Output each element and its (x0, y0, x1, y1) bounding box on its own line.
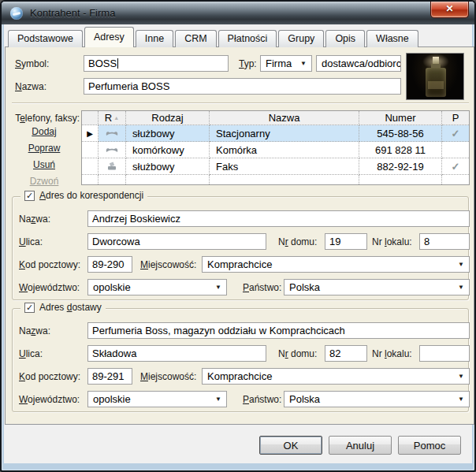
cell-rodzaj[interactable]: służbowy (126, 125, 210, 142)
tab-strip: Podstawowe Adresy Inne CRM Płatności Gru… (8, 28, 420, 47)
del-ulica-input[interactable]: Składowa (87, 345, 266, 362)
col-header-rodzaj[interactable]: Rodzaj (126, 111, 210, 125)
del-wojewodztwo-select[interactable]: opolskie ▼ (87, 391, 227, 407)
chevron-down-icon: ▼ (458, 261, 464, 268)
typ-label: Typ: (239, 58, 257, 69)
corr-miejscowosc-select[interactable]: Komprachcice ▼ (202, 256, 470, 273)
del-ulica-value: Składowa (92, 347, 136, 359)
edit-phone-link[interactable]: Popraw (28, 142, 61, 154)
phones-table: R▲ Rodzaj Nazwa Numer P ▶ służbowy Stacj… (81, 110, 470, 185)
corr-kod-input[interactable]: 89-290 (87, 256, 132, 273)
del-kod-input[interactable]: 89-291 (87, 368, 132, 385)
ok-button[interactable]: OK (259, 436, 322, 455)
table-row[interactable] (99, 158, 126, 175)
row-selector[interactable]: ▶ (82, 125, 99, 142)
cell-numer[interactable]: 545-88-56 (359, 125, 442, 142)
tab-wlasne[interactable]: Własne (366, 30, 418, 47)
corr-nr-lokalu-input[interactable]: 8 (419, 233, 470, 250)
row-selector[interactable] (82, 142, 99, 158)
empty-row-cell (210, 175, 359, 184)
del-nazwa-input[interactable]: Perfumeria Boss, magazyn oddziału w Komp… (87, 322, 470, 339)
separator (12, 102, 469, 104)
corr-panstwo-select[interactable]: Polska ▼ (284, 279, 470, 295)
corr-ulica-input[interactable]: Dworcowa (87, 233, 266, 250)
table-row[interactable] (99, 125, 126, 142)
tab-platnosci[interactable]: Płatności (218, 30, 277, 47)
tab-adresy[interactable]: Adresy (84, 27, 134, 47)
correspondence-checkbox[interactable]: ✓ (24, 191, 35, 201)
del-wojewodztwo-label: Województwo: (19, 394, 80, 405)
col-header-nazwa[interactable]: Nazwa (210, 111, 359, 125)
close-button[interactable]: ✕ (430, 2, 469, 18)
cell-p-check[interactable]: ✓ (442, 158, 469, 175)
nazwa-input[interactable]: Perfumeria BOSS (84, 78, 401, 95)
col-header-p[interactable]: P (442, 111, 469, 125)
corr-panstwo-label: Państwo: (243, 282, 281, 293)
del-nazwa-value: Perfumeria Boss, magazyn oddziału w Komp… (92, 325, 345, 336)
corr-kod-label: Kod pocztowy: (19, 259, 80, 270)
help-button[interactable]: Pomoc (398, 436, 461, 455)
row-selector[interactable] (82, 158, 99, 175)
cell-rodzaj[interactable]: komórkowy (126, 142, 210, 158)
col-header-r[interactable]: R▲ (99, 111, 126, 125)
cell-nazwa[interactable]: Komórka (210, 142, 359, 158)
del-miejscowosc-select[interactable]: Komprachcice ▼ (202, 368, 470, 385)
corr-nazwa-input[interactable]: Andrzej Boskiewicz (87, 210, 470, 227)
cell-numer[interactable]: 882-92-19 (359, 158, 442, 175)
cell-p-check[interactable]: ✓ (442, 125, 469, 142)
del-nr-domu-value: 82 (329, 347, 340, 359)
bottle-label (428, 81, 444, 89)
corr-ulica-label: Ulica: (19, 236, 43, 247)
dial-phone-link: Dzwoń (30, 175, 59, 188)
text-cursor (117, 58, 118, 69)
tab-crm[interactable]: CRM (175, 30, 216, 47)
cell-nazwa[interactable]: Stacjonarny (210, 125, 359, 142)
phone-icon (106, 129, 118, 137)
typ-select[interactable]: Firma ▼ (260, 55, 312, 72)
cell-rodzaj[interactable]: służbowy (126, 158, 210, 175)
del-ulica-label: Ulica: (19, 348, 43, 359)
del-nr-domu-input[interactable]: 82 (325, 345, 367, 362)
corr-nr-domu-input[interactable]: 19 (325, 233, 367, 250)
table-row[interactable] (99, 142, 126, 158)
del-panstwo-select[interactable]: Polska ▼ (284, 391, 470, 407)
symbol-input[interactable]: BOSS (84, 55, 229, 72)
nazwa-label: Nazwa: (15, 81, 46, 92)
cell-numer[interactable]: 691 828 11 (359, 142, 442, 158)
phone-icon (106, 146, 118, 154)
del-panstwo-value: Polska (289, 393, 320, 405)
del-panstwo-label: Państwo: (243, 394, 281, 405)
cell-nazwa[interactable]: Faks (210, 158, 359, 175)
empty-row-cell (359, 175, 442, 184)
add-phone-link[interactable]: Dodaj (32, 125, 56, 138)
tab-podstawowe[interactable]: Podstawowe (8, 30, 83, 47)
corr-ulica-value: Dworcowa (92, 236, 140, 247)
cancel-button[interactable]: Anuluj (329, 436, 392, 455)
corr-nazwa-label: Nazwa: (19, 214, 50, 225)
corr-nr-domu-label: Nr domu: (278, 236, 317, 247)
correspondence-address-group: ✓ Adres do korespondencji Nazwa: Andrzej… (12, 196, 469, 300)
del-nazwa-label: Nazwa: (19, 325, 50, 336)
chevron-down-icon: ▼ (458, 284, 464, 291)
corr-miejscowosc-value: Komprachcice (207, 258, 272, 270)
corr-wojewodztwo-select[interactable]: opolskie ▼ (87, 279, 227, 295)
tab-opis[interactable]: Opis (325, 30, 365, 47)
tab-grupy[interactable]: Grupy (278, 30, 324, 47)
supplier-type-value: dostawca/odbiorca (322, 58, 401, 69)
dialog-window: Kontrahent - Firma ✕ Podstawowe Adresy I… (0, 0, 476, 472)
chevron-down-icon: ▼ (458, 373, 464, 380)
tab-inne[interactable]: Inne (136, 30, 173, 47)
col-header-numer[interactable]: Numer (359, 111, 442, 125)
del-nr-lokalu-input[interactable] (419, 345, 470, 362)
corr-kod-value: 89-290 (92, 258, 124, 270)
corr-wojewodztwo-value: opolskie (93, 281, 131, 293)
supplier-type-select[interactable]: dostawca/odbiorca ▼ (316, 55, 401, 72)
corr-miejscowosc-label: Miejscowość: (140, 259, 196, 270)
delete-phone-link[interactable]: Usuń (33, 158, 55, 171)
cell-p-check[interactable] (442, 142, 469, 158)
chevron-down-icon: ▼ (215, 284, 221, 291)
symbol-value: BOSS (88, 58, 117, 69)
delivery-checkbox[interactable]: ✓ (24, 303, 35, 313)
col-header-r-label: R (105, 112, 112, 124)
current-row-indicator: ▶ (87, 129, 93, 138)
